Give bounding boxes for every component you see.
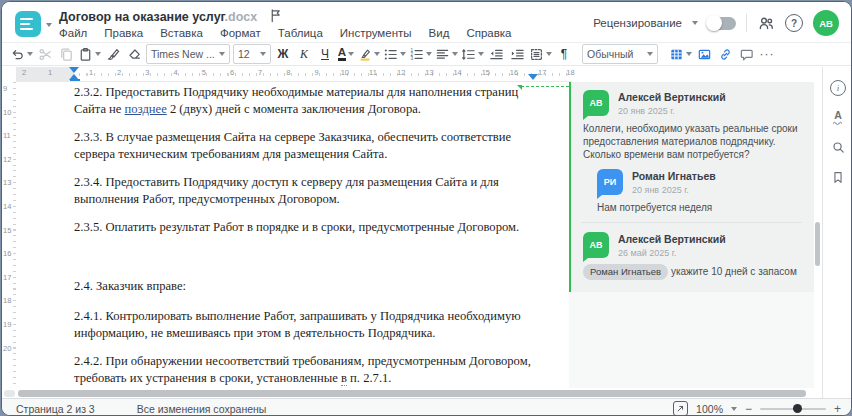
horizontal-scrollbar[interactable] <box>2 389 814 398</box>
favorite-flag-icon[interactable] <box>269 8 282 23</box>
zoom-out-button[interactable]: − <box>745 402 752 416</box>
right-indent-marker[interactable] <box>528 74 538 80</box>
paragraph-borders-caret-icon[interactable] <box>546 52 552 56</box>
zoom-caret-icon[interactable] <box>731 407 737 411</box>
undo-button[interactable] <box>10 44 33 64</box>
doc-paragraph[interactable]: 2.3.5. Оплатить результат Работ в порядк… <box>74 219 546 236</box>
review-caret-icon[interactable] <box>692 21 698 25</box>
insert-table-button[interactable] <box>669 44 692 64</box>
insert-link-button[interactable] <box>716 44 734 64</box>
highlight-caret-icon[interactable] <box>374 52 380 56</box>
bookmark-navigation-icon[interactable] <box>830 169 847 186</box>
doc-paragraph[interactable]: 2.4. Заказчик вправе: <box>74 278 546 295</box>
doc-paragraph[interactable]: 2.4.1. Контролировать выполнение Работ, … <box>74 308 546 342</box>
ruler-number: 1 <box>48 68 52 77</box>
comment-reply[interactable]: РИ Роман Игнатьев 20 янв 2025 г. Нам пот… <box>597 169 802 214</box>
copy-button[interactable] <box>57 44 75 64</box>
ruler-number: 16 <box>510 68 518 77</box>
highlight-color-button[interactable] <box>358 44 380 64</box>
app-logo-icon[interactable] <box>15 11 41 37</box>
about-info-icon[interactable]: i <box>830 79 847 96</box>
menu-item-Таблица[interactable]: Таблица <box>278 27 323 39</box>
doc-paragraph[interactable]: 2.4.2. При обнаружении несоответствий тр… <box>74 353 546 387</box>
menu-item-Вид[interactable]: Вид <box>429 27 450 39</box>
decrease-indent-button[interactable] <box>487 44 505 64</box>
bold-button[interactable]: Ж <box>274 44 292 64</box>
fit-width-icon[interactable] <box>673 401 688 416</box>
help-icon[interactable]: ? <box>785 14 803 32</box>
ruler-number: 2 <box>22 68 26 77</box>
menu-item-Справка[interactable]: Справка <box>466 27 511 39</box>
insert-image-button[interactable] <box>695 44 713 64</box>
review-toggle[interactable] <box>708 17 736 30</box>
first-line-indent-marker[interactable] <box>69 67 79 73</box>
line-spacing-caret-icon[interactable] <box>478 52 484 56</box>
numbered-list-caret-icon[interactable] <box>426 52 432 56</box>
spellcheck-icon[interactable]: А <box>830 109 847 126</box>
menu-item-Правка[interactable]: Правка <box>104 27 143 39</box>
comment-text[interactable]: Коллеги, необходимо указать реальные сро… <box>583 122 802 161</box>
comment-thread-card[interactable]: АВ Алексей Вертинский 20 янв 2025 г. Кол… <box>571 82 814 292</box>
insert-comment-button[interactable] <box>737 44 755 64</box>
paragraph-borders-button[interactable] <box>529 44 552 64</box>
line-spacing-button[interactable] <box>461 44 484 64</box>
doc-paragraph[interactable]: 2.3.2. Предоставить Подрядчику необходим… <box>74 84 546 118</box>
font-color-caret-icon[interactable] <box>348 52 354 56</box>
search-icon[interactable] <box>830 139 847 156</box>
left-indent-base[interactable] <box>70 79 80 81</box>
menu-item-Инструменты[interactable]: Инструменты <box>340 27 412 39</box>
paragraph-style-select[interactable]: Обычный <box>582 44 658 64</box>
horizontal-ruler[interactable]: 21 123456789101112131415161718 <box>16 67 572 82</box>
comment-date: 26 май 2025 г. <box>618 248 726 258</box>
zoom-value[interactable]: 100% <box>696 403 723 415</box>
underline-button[interactable]: Ч <box>316 44 334 64</box>
toggle-knob[interactable] <box>706 15 722 31</box>
zoom-slider-handle[interactable] <box>793 404 802 413</box>
bullet-list-caret-icon[interactable] <box>400 52 406 56</box>
increase-indent-button[interactable] <box>508 44 526 64</box>
menu-item-Вставка[interactable]: Вставка <box>160 27 203 39</box>
review-mode-label[interactable]: Рецензирование <box>593 17 682 29</box>
document-page[interactable]: 2.3.2. Предоставить Подрядчику необходим… <box>16 82 569 388</box>
user-avatar[interactable]: АВ <box>813 10 839 36</box>
vertical-ruler[interactable]: 91011121314151617181920 <box>2 82 16 388</box>
vertical-scrollbar[interactable] <box>814 82 822 388</box>
reply-text[interactable]: Нам потребуется неделя <box>597 201 802 214</box>
clear-style-eraser-button[interactable] <box>125 44 143 64</box>
doc-paragraph[interactable]: 2.3.4. Предоставить Подрядчику доступ к … <box>74 174 546 208</box>
paste-caret-icon[interactable] <box>95 52 101 56</box>
document-text[interactable]: 2.3.2. Предоставить Подрядчику необходим… <box>74 84 546 388</box>
font-name-select[interactable]: Times New ... <box>146 44 230 64</box>
font-color-button[interactable]: А <box>337 44 355 64</box>
mention-pill[interactable]: Роман Игнатьев <box>583 264 668 280</box>
paste-button[interactable] <box>78 44 101 64</box>
align-caret-icon[interactable] <box>452 52 458 56</box>
font-size-select[interactable]: 12 <box>233 44 271 64</box>
zoom-in-button[interactable]: + <box>834 402 841 416</box>
undo-caret-icon[interactable] <box>27 52 33 56</box>
ruler-number: 2 <box>117 68 121 77</box>
comment-text[interactable]: Роман Игнатьев укажите 10 дней с запасом <box>583 264 802 280</box>
bullet-list-button[interactable] <box>383 44 406 64</box>
italic-button[interactable]: К <box>295 44 313 64</box>
logo-dropdown-caret-icon[interactable] <box>46 23 52 27</box>
zoom-slider[interactable] <box>760 408 826 410</box>
show-paragraph-marks-button[interactable]: ¶ <box>555 44 573 64</box>
right-sidebar: i А <box>822 67 852 398</box>
menu-item-Формат[interactable]: Формат <box>220 27 261 39</box>
toolbar-more-button[interactable]: ··· <box>758 44 776 64</box>
numbered-list-button[interactable]: 123 <box>409 44 432 64</box>
align-button[interactable] <box>435 44 458 64</box>
collaboration-users-icon[interactable] <box>757 15 775 31</box>
comment-divider <box>581 222 802 223</box>
format-painter-button[interactable] <box>104 44 122 64</box>
vertical-scrollbar-thumb[interactable] <box>815 222 820 266</box>
scrollbar-left-stub[interactable] <box>4 390 15 397</box>
page-indicator[interactable]: Страница 2 из 3 <box>16 403 95 415</box>
menu-item-Файл[interactable]: Файл <box>59 27 87 39</box>
cut-button[interactable] <box>36 44 54 64</box>
insert-table-caret-icon[interactable] <box>686 52 692 56</box>
horizontal-scrollbar-thumb[interactable] <box>18 390 806 397</box>
ruler-number: 13 <box>3 178 11 187</box>
doc-paragraph[interactable]: 2.3.3. В случае размещения Сайта на серв… <box>74 129 546 163</box>
